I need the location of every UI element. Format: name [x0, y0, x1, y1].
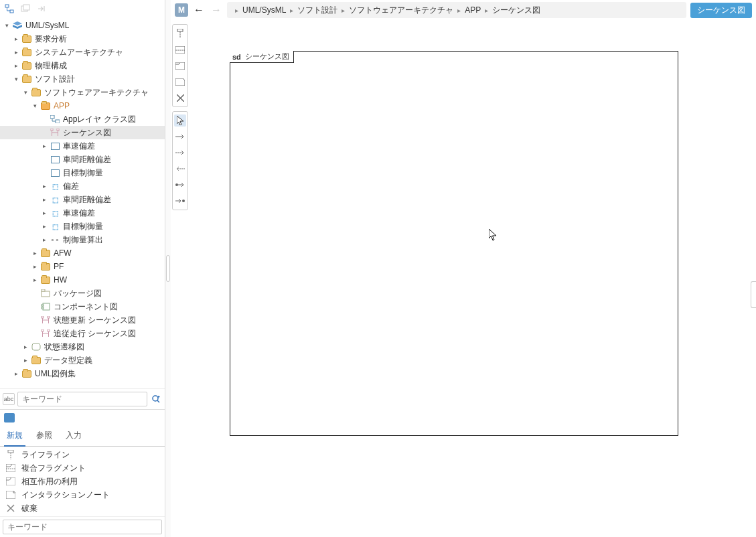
model-tree[interactable]: ▾ UML/SysML ▸ 要求分析 ▸ システムアーキテクチャ ▸ 物理構成 …: [0, 17, 165, 388]
block-icon: [50, 155, 60, 164]
tree-search-input[interactable]: [17, 392, 147, 406]
tool-interaction-icon[interactable]: [174, 60, 186, 72]
breadcrumb-item[interactable]: ソフト設計: [297, 5, 337, 16]
breadcrumb: ▸ UML/SysML ▸ ソフト設計 ▸ ソフトウェアアーキテクチャ ▸ AP…: [227, 2, 686, 18]
bottom-search: [0, 516, 165, 537]
tree-item-swarch[interactable]: ▾ ソフトウェアアーキテクチャ: [0, 86, 165, 99]
tool-reply-message-icon[interactable]: [174, 163, 186, 175]
combined-fragment-icon: [5, 464, 16, 472]
search-options-icon[interactable]: [150, 393, 162, 405]
search-mode-icon[interactable]: abc: [3, 393, 15, 405]
left-panel: ▾ UML/SysML ▸ 要求分析 ▸ システムアーキテクチャ ▸ 物理構成 …: [0, 0, 165, 537]
tree-item-tctrl2[interactable]: ▸ ⬚ 目標制御量: [0, 220, 165, 233]
expand-arrow-icon[interactable]: ▾: [3, 22, 11, 29]
tree-tool-1-icon[interactable]: [4, 3, 15, 14]
tree-root[interactable]: ▾ UML/SysML: [0, 19, 165, 32]
tree-item-stateupd[interactable]: ▸ 状態更新 シーケンス図: [0, 313, 165, 327]
expand-arrow-icon[interactable]: ▸: [40, 183, 48, 189]
tab-ref[interactable]: 参照: [33, 426, 55, 446]
expand-arrow-icon[interactable]: ▸: [40, 210, 48, 216]
tree-tool-2-icon[interactable]: [20, 3, 31, 14]
expand-arrow-icon[interactable]: ▸: [12, 49, 20, 56]
palette-search-input[interactable]: [3, 520, 162, 534]
component-diagram-icon: [40, 302, 51, 311]
tab-new[interactable]: 新規: [4, 426, 25, 447]
expand-arrow-icon[interactable]: ▾: [12, 76, 20, 82]
expand-arrow-icon[interactable]: ▾: [21, 89, 29, 96]
tree-item-compdiag[interactable]: ▸ コンポーネント図: [0, 300, 165, 313]
tool-note-icon[interactable]: [174, 76, 186, 88]
expand-arrow-icon[interactable]: ▸: [31, 277, 39, 283]
tree-item-follow[interactable]: ▸ 追従走行 シーケンス図: [0, 327, 165, 340]
expand-arrow-icon[interactable]: ▸: [21, 357, 29, 364]
tree-tool-3-icon[interactable]: [36, 3, 47, 14]
tree-item-pf[interactable]: ▸ PF: [0, 260, 165, 273]
tree-item-hw[interactable]: ▸ HW: [0, 273, 165, 287]
tree-item-dev[interactable]: ▸ ⬚ 偏差: [0, 179, 165, 193]
tree-item-afw[interactable]: ▸ AFW: [0, 246, 165, 260]
tree-item-tctrl[interactable]: ▸ 目標制御量: [0, 166, 165, 179]
expand-arrow-icon[interactable]: ▸: [12, 35, 20, 42]
expand-arrow-icon[interactable]: ▸: [40, 223, 48, 230]
tree-item-phys[interactable]: ▸ 物理構成: [0, 59, 165, 72]
tool-sync-message-icon[interactable]: [174, 131, 186, 143]
tool-found-message-icon[interactable]: [174, 179, 186, 191]
diagram-title: シーケンス図: [245, 52, 289, 62]
expand-arrow-icon[interactable]: ▸: [40, 196, 48, 203]
tree-label: システムアーキテクチャ: [35, 47, 123, 58]
tool-lost-message-icon[interactable]: [174, 195, 186, 207]
expand-arrow-icon[interactable]: ▸: [12, 370, 20, 377]
model-badge[interactable]: M: [175, 3, 188, 17]
tree-item-datatypes[interactable]: ▸ データ型定義: [0, 354, 165, 367]
tree-item-appclass[interactable]: ▸ Appレイヤ クラス図: [0, 112, 165, 126]
tree-item-examples[interactable]: ▸ UML図例集: [0, 367, 165, 380]
tree-item-vdist2[interactable]: ▸ ⬚ 車間距離偏差: [0, 193, 165, 206]
note-icon: [5, 491, 16, 499]
tool-destroy-icon[interactable]: [174, 92, 186, 104]
expand-arrow-icon[interactable]: ▸: [40, 236, 48, 243]
tree-item-statetr[interactable]: ▸ 状態遷移図: [0, 340, 165, 354]
tree-item-vdist[interactable]: ▸ 車間距離偏差: [0, 153, 165, 166]
tab-input[interactable]: 入力: [63, 426, 84, 446]
expand-arrow-icon[interactable]: ▸: [31, 263, 39, 270]
tree-label: 車速偏差: [63, 208, 95, 219]
expand-arrow-icon[interactable]: ▸: [12, 62, 20, 69]
expand-arrow-icon[interactable]: ▸: [21, 343, 29, 350]
expand-arrow-icon[interactable]: ▾: [31, 102, 39, 109]
lifeline-icon: [5, 450, 16, 459]
palette-combined[interactable]: 複合フラグメント: [0, 461, 165, 475]
palette-lifeline[interactable]: ライフライン: [0, 448, 165, 461]
tree-item-soft[interactable]: ▾ ソフト設計: [0, 72, 165, 86]
diagram-frame[interactable]: sd シーケンス図: [230, 51, 678, 436]
right-panel-handle[interactable]: [751, 281, 756, 308]
tree-item-app[interactable]: ▾ APP: [0, 99, 165, 112]
tree-item-vspeed[interactable]: ▸ 車速偏差: [0, 139, 165, 153]
breadcrumb-item[interactable]: ソフトウェアアーキテクチャ: [349, 5, 453, 16]
tool-select-icon[interactable]: [174, 114, 186, 127]
tree-item-seq[interactable]: ▸ シーケンス図: [0, 126, 165, 139]
tree-label: 状態更新 シーケンス図: [54, 315, 136, 326]
tree-item-ctrlcalc[interactable]: ▸ ∘∘ 制御量算出: [0, 233, 165, 246]
canvas[interactable]: sd シーケンス図: [190, 20, 756, 537]
tool-fragment-icon[interactable]: [174, 44, 186, 56]
diagram-type-badge[interactable]: シーケンス図: [690, 3, 752, 18]
tool-lifeline-icon[interactable]: [174, 27, 186, 40]
nav-forward-button: →: [210, 3, 223, 17]
vertical-splitter[interactable]: [165, 0, 171, 537]
palette-interaction[interactable]: 相互作用の利用: [0, 475, 165, 488]
tree-item-vspeed2[interactable]: ▸ ⬚ 車速偏差: [0, 206, 165, 220]
breadcrumb-item[interactable]: UML/SysML: [242, 5, 286, 15]
nav-back-button[interactable]: ←: [192, 3, 206, 17]
expand-arrow-icon[interactable]: ▸: [40, 143, 48, 149]
breadcrumb-item[interactable]: APP: [465, 5, 481, 15]
tree-item-req[interactable]: ▸ 要求分析: [0, 32, 165, 46]
palette-destroy[interactable]: 破棄: [0, 502, 165, 515]
tree-item-pkgdiag[interactable]: ▸ パッケージ図: [0, 287, 165, 300]
expand-arrow-icon[interactable]: ▸: [31, 250, 39, 256]
tree-item-sysarch[interactable]: ▸ システムアーキテクチャ: [0, 46, 165, 59]
model-icon: [12, 21, 23, 30]
tool-async-message-icon[interactable]: [174, 147, 186, 159]
sequence-diagram-icon: [40, 315, 51, 325]
breadcrumb-item[interactable]: シーケンス図: [492, 5, 540, 16]
palette-note[interactable]: インタラクションノート: [0, 488, 165, 502]
